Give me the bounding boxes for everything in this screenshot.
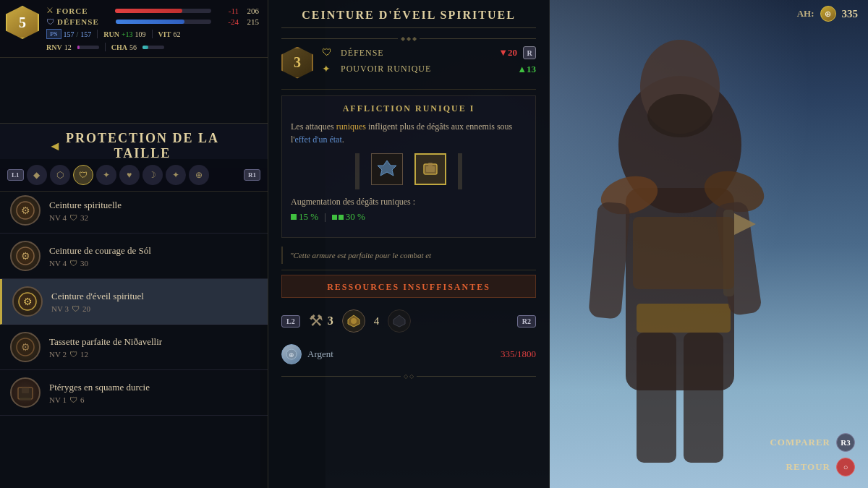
ps-label: PS bbox=[46, 29, 61, 39]
svg-text:⚙: ⚙ bbox=[21, 342, 30, 353]
svg-rect-24 bbox=[20, 398, 31, 401]
equip-item-4-name: Ptéryges en squame durcie bbox=[49, 382, 258, 393]
svg-point-29 bbox=[351, 318, 357, 324]
equip-item-2-level: NV 3 🛡 20 bbox=[51, 304, 258, 313]
equip-type-1[interactable]: ◆ bbox=[27, 165, 47, 185]
l2-badge[interactable]: L2 bbox=[281, 315, 300, 328]
svg-text:⚙: ⚙ bbox=[21, 205, 30, 216]
force-bar-wrap bbox=[115, 9, 211, 13]
equip-item-2-name: Ceinture d'éveil spirituel bbox=[51, 291, 258, 302]
defense-change: -24 bbox=[216, 17, 239, 26]
svg-rect-9 bbox=[588, 201, 631, 319]
equip-item-4-level: NV 1 🛡 6 bbox=[49, 395, 258, 404]
equip-item-1-name: Ceinture de courage de Sól bbox=[49, 245, 258, 257]
equip-item-1-icon: ⚙ bbox=[10, 241, 41, 271]
r1-badge[interactable]: R1 bbox=[244, 169, 260, 181]
equip-item-0[interactable]: ⚙ Ceinture spirituelle NV 4 🛡 32 bbox=[0, 188, 268, 234]
defense-bar bbox=[116, 20, 184, 24]
vit-value: 62 bbox=[173, 30, 180, 38]
cha-label: CHA bbox=[111, 43, 127, 51]
force-value: 206 bbox=[239, 7, 259, 15]
augment-val-1: 15 % bbox=[291, 211, 318, 223]
section-arrow: ◄ bbox=[48, 139, 61, 154]
svg-rect-13 bbox=[633, 217, 734, 289]
detail-panel: CEINTURE D'ÉVEIL SPIRITUEL ◆ ◆ ◆ 3 🛡 DÉF… bbox=[268, 0, 550, 488]
equip-item-2[interactable]: ⚙ Ceinture d'éveil spirituel NV 3 🛡 20 bbox=[0, 279, 268, 325]
equip-item-0-info: Ceinture spirituelle NV 4 🛡 32 bbox=[49, 200, 258, 222]
equip-icons-row: L1 ◆ ⬡ 🛡 ✦ ♥ ☽ ✦ ⊕ R1 bbox=[0, 159, 268, 192]
equip-type-shield[interactable]: 🛡 bbox=[73, 165, 93, 185]
item-quote: "Cette armure est parfaite pour le comba… bbox=[281, 247, 536, 264]
augment-dot-1 bbox=[291, 214, 297, 220]
force-change: -11 bbox=[216, 7, 239, 15]
svg-rect-8 bbox=[684, 333, 723, 463]
resources-title: RESSOURCES INSUFFISANTES bbox=[327, 282, 490, 292]
equip-type-4[interactable]: ✦ bbox=[96, 165, 116, 185]
silver-label: Argent bbox=[307, 348, 495, 360]
augment-section: Augmentation des dégâts runiques : 15 % … bbox=[291, 197, 527, 223]
back-action[interactable]: RETOUR ○ bbox=[770, 458, 855, 476]
r3-label: R3 bbox=[841, 438, 850, 447]
equip-type-2[interactable]: ⬡ bbox=[50, 165, 70, 185]
stats-panel: 5 ⚔ FORCE -11 206 🛡 DÉFENSE -24 215 PS 1… bbox=[0, 0, 268, 58]
equip-type-7[interactable]: ✦ bbox=[166, 165, 186, 185]
r3-button[interactable]: R3 bbox=[836, 433, 855, 452]
equip-type-8[interactable]: ⊕ bbox=[189, 165, 209, 185]
svg-rect-27 bbox=[428, 163, 433, 166]
run-change: +13 bbox=[122, 30, 133, 38]
svg-point-3 bbox=[647, 94, 712, 137]
compare-action[interactable]: COMPARER R3 bbox=[770, 433, 855, 452]
l1-badge[interactable]: L1 bbox=[7, 169, 24, 181]
force-bar bbox=[115, 9, 182, 13]
run-value: 109 bbox=[135, 30, 146, 38]
equip-item-3-info: Tassette parfaite de Niðavellir NV 2 🛡 1… bbox=[49, 336, 258, 359]
defense-value: 215 bbox=[239, 17, 259, 26]
coin-icon: ⊕ bbox=[820, 6, 836, 22]
perk-icon-2 bbox=[414, 153, 446, 185]
vit-label: VIT bbox=[158, 30, 171, 38]
equip-item-1-info: Ceinture de courage de Sól NV 4 🛡 30 bbox=[49, 245, 258, 267]
equip-type-6[interactable]: ☽ bbox=[142, 165, 163, 185]
runic-stat-label: POUVOIR RUNIQUE bbox=[341, 64, 511, 74]
circle-button[interactable]: ○ bbox=[836, 458, 855, 476]
defense-stat-row: 🛡 DÉFENSE -24 215 bbox=[9, 17, 259, 26]
title-ornament: ◆ ◆ ◆ bbox=[281, 35, 536, 42]
equip-item-0-icon: ⚙ bbox=[10, 195, 41, 226]
bottom-right-buttons: COMPARER R3 RETOUR ○ bbox=[770, 433, 855, 476]
svg-marker-30 bbox=[393, 315, 405, 327]
equip-item-4[interactable]: Ptéryges en squame durcie NV 1 🛡 6 bbox=[0, 370, 268, 416]
force-label: FORCE bbox=[56, 7, 111, 15]
augment-dot-2 bbox=[332, 215, 344, 220]
cha-value: 56 bbox=[129, 43, 137, 51]
perk-title: AFFLICTION RUNIQUE I bbox=[291, 103, 527, 114]
equip-item-3-level: NV 2 🛡 12 bbox=[49, 350, 258, 359]
svg-rect-26 bbox=[426, 166, 435, 172]
equip-item-1[interactable]: ⚙ Ceinture de courage de Sól NV 4 🛡 30 bbox=[0, 234, 268, 279]
perk-icon-1 bbox=[371, 153, 403, 185]
runic-stat-icon: ✦ bbox=[322, 63, 335, 75]
silver-row: ⊕ Argent 335/1800 bbox=[281, 341, 536, 367]
augment-val-2-text: 30 % bbox=[346, 211, 365, 223]
equip-item-3-icon: ⚙ bbox=[10, 332, 41, 362]
perk-description: Les attaques runiques infligent plus de … bbox=[291, 120, 527, 146]
svg-text:⚙: ⚙ bbox=[23, 296, 33, 307]
back-label: RETOUR bbox=[786, 461, 830, 473]
equip-type-5[interactable]: ♥ bbox=[119, 165, 140, 185]
run-label: RUN bbox=[103, 30, 119, 38]
resources-header: RESSOURCES INSUFFISANTES bbox=[281, 275, 536, 298]
svg-text:⚙: ⚙ bbox=[21, 251, 30, 262]
silver-amount: 335/1800 bbox=[501, 348, 536, 360]
equip-item-3[interactable]: ⚙ Tassette parfaite de Niðavellir NV 2 🛡… bbox=[0, 325, 268, 370]
runic-stat-change: ▲13 bbox=[517, 64, 536, 75]
perk-section: AFFLICTION RUNIQUE I Les attaques runiqu… bbox=[281, 95, 536, 238]
ps-max: 157 bbox=[80, 30, 91, 38]
augment-val-1-text: 15 % bbox=[299, 211, 318, 223]
svg-rect-23 bbox=[22, 388, 29, 393]
defense-stat-change: ▼20 bbox=[498, 47, 517, 59]
bottom-ornament: ◇ ◇ bbox=[281, 373, 536, 380]
augment-values: 15 % | 30 % bbox=[291, 211, 527, 223]
r2-badge[interactable]: R2 bbox=[517, 315, 536, 328]
perk-icons-row bbox=[291, 153, 527, 189]
silver-icon: ⊕ bbox=[281, 344, 302, 364]
defense-stat-label: DÉFENSE bbox=[341, 48, 493, 59]
